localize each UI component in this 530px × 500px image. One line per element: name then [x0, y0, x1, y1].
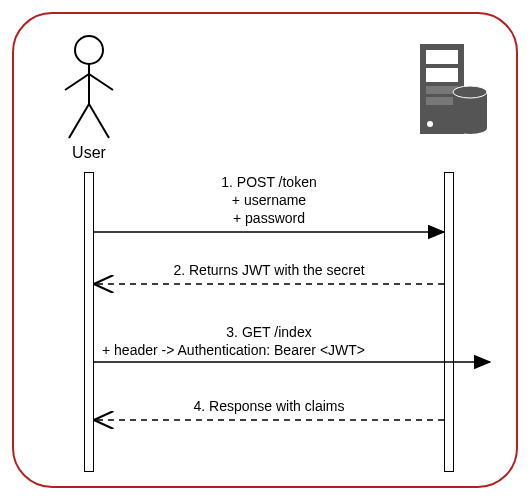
arrows: [14, 14, 520, 490]
msg3-line2: + header -> Authentication: Bearer <JWT>: [102, 342, 502, 358]
diagram-frame: User: [12, 12, 518, 488]
msg1-line1: 1. POST /token: [94, 174, 444, 190]
msg3-line1: 3. GET /index: [94, 324, 444, 340]
msg4-line1: 4. Response with claims: [94, 398, 444, 414]
msg2-line1: 2. Returns JWT with the secret: [94, 262, 444, 278]
msg1-line2: + username: [94, 192, 444, 208]
msg1-line3: + password: [94, 210, 444, 226]
